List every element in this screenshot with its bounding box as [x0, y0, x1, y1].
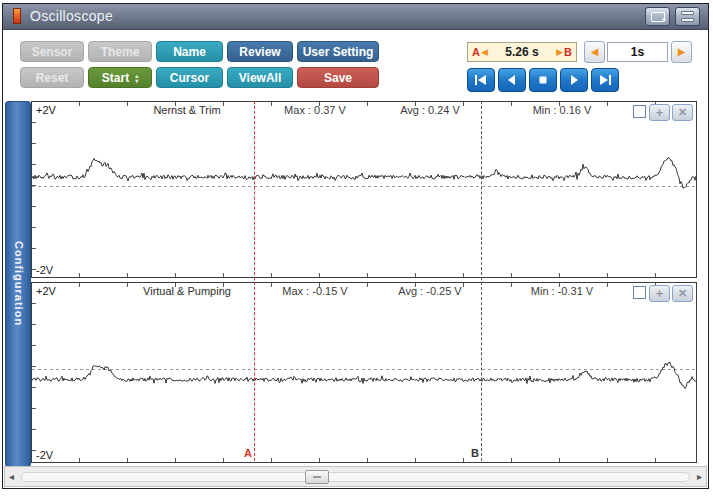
reset-button[interactable]: Reset: [20, 67, 84, 88]
user-setting-button[interactable]: User Setting: [297, 41, 379, 62]
b-marker-label: B: [564, 46, 572, 58]
y-min-label: -2V: [36, 264, 53, 276]
skip-end-icon: [598, 74, 612, 86]
channel-title: Nernst & Trim: [122, 104, 252, 116]
oscilloscope-window: Oscilloscope + Sensor Theme Name Review …: [2, 3, 709, 489]
cursor-button[interactable]: Cursor: [156, 67, 223, 88]
left-arrow-icon: ◀: [591, 46, 599, 57]
add-channel-button[interactable]: +: [649, 285, 670, 302]
ab-interval-display: A ◀ 5.26 s ▶ B: [467, 42, 577, 62]
viewall-button[interactable]: ViewAll: [227, 67, 293, 88]
x-axis-ticks-bottom: [32, 458, 696, 462]
review-button[interactable]: Review: [227, 41, 293, 62]
play-icon: [567, 74, 581, 86]
cursor-a-line[interactable]: [254, 101, 255, 461]
window-title: Oscilloscope: [30, 8, 113, 24]
bars-icon: [681, 11, 694, 15]
sensor-button[interactable]: Sensor: [20, 41, 84, 62]
waveform-nernst-trim: [32, 102, 696, 277]
configuration-tab-label: Configuration: [12, 102, 26, 466]
channel-title: Virtual & Pumping: [122, 285, 252, 297]
name-button[interactable]: Name: [156, 41, 223, 62]
avg-stat: Avg : -0.25 V: [375, 285, 485, 297]
close-channel-button[interactable]: ✕: [672, 285, 693, 302]
popout-plus-icon: +: [662, 16, 666, 23]
step-back-button[interactable]: [498, 68, 526, 92]
a-left-arrow-icon[interactable]: ◀: [481, 47, 488, 57]
y-min-label: -2V: [36, 449, 53, 461]
y-axis-ticks: [32, 283, 36, 462]
max-stat: Max : 0.37 V: [260, 104, 370, 116]
collapse-window-button[interactable]: [675, 7, 700, 26]
start-button-label: Start: [102, 71, 129, 85]
configuration-tab[interactable]: Configuration: [5, 101, 31, 467]
popout-window-button[interactable]: +: [645, 7, 670, 26]
avg-stat: Avg : 0.24 V: [375, 104, 485, 116]
x-axis-ticks-bottom: [32, 273, 696, 277]
scrollbar-track[interactable]: [21, 472, 690, 482]
cursor-b-label: B: [471, 447, 479, 459]
cursor-a-label: A: [244, 447, 252, 459]
right-arrow-icon: ▶: [678, 46, 686, 57]
theme-button[interactable]: Theme: [88, 41, 152, 62]
min-stat: Min : 0.16 V: [507, 104, 617, 116]
scroll-right-icon[interactable]: ▸: [697, 471, 702, 483]
screen: Oscilloscope + Sensor Theme Name Review …: [0, 0, 713, 502]
title-bar: Oscilloscope +: [3, 4, 708, 30]
scroll-left-icon[interactable]: ◂: [9, 471, 14, 483]
scope-panel-virtual: +2V -2V Virtual & Pumping Max : -0.15 V …: [31, 282, 697, 463]
channel-checkbox[interactable]: [633, 286, 646, 299]
step-back-interval-button[interactable]: ◀: [584, 41, 605, 63]
y-max-label: +2V: [36, 104, 56, 116]
stop-button[interactable]: [529, 68, 557, 92]
cursor-b-line[interactable]: [481, 101, 482, 461]
step-forward-interval-button[interactable]: ▶: [671, 41, 692, 63]
y-max-label: +2V: [36, 285, 56, 297]
y-axis-ticks: [32, 102, 36, 277]
max-stat: Max : -0.15 V: [260, 285, 370, 297]
scrollbar-thumb[interactable]: [305, 470, 329, 484]
scope-panels: +2V -2V Nernst & Trim Max : 0.37 V Avg :…: [31, 101, 697, 467]
start-button[interactable]: Start▴▾: [88, 67, 152, 88]
play-button[interactable]: [560, 68, 588, 92]
skip-start-button[interactable]: [467, 68, 495, 92]
close-channel-button[interactable]: ✕: [672, 104, 693, 121]
bars-icon: [681, 18, 694, 22]
step-back-icon: [505, 74, 519, 86]
waveform-virtual-pumping: [32, 283, 696, 462]
save-button[interactable]: Save: [297, 67, 379, 88]
interval-input[interactable]: [607, 42, 668, 62]
skip-end-button[interactable]: [591, 68, 619, 92]
horizontal-scrollbar[interactable]: ◂ ▸: [4, 466, 707, 487]
min-stat: Min : -0.31 V: [507, 285, 617, 297]
add-channel-button[interactable]: +: [649, 104, 670, 121]
skip-start-icon: [474, 74, 488, 86]
channel-checkbox[interactable]: [633, 105, 646, 118]
b-right-arrow-icon[interactable]: ▶: [556, 47, 563, 57]
app-icon: [13, 8, 21, 24]
a-marker-label: A: [472, 46, 480, 58]
scope-panel-nernst: +2V -2V Nernst & Trim Max : 0.37 V Avg :…: [31, 101, 697, 278]
stop-icon: [536, 74, 550, 86]
ab-interval-value: 5.26 s: [489, 45, 555, 59]
start-spinner-icon: ▴▾: [135, 74, 138, 84]
